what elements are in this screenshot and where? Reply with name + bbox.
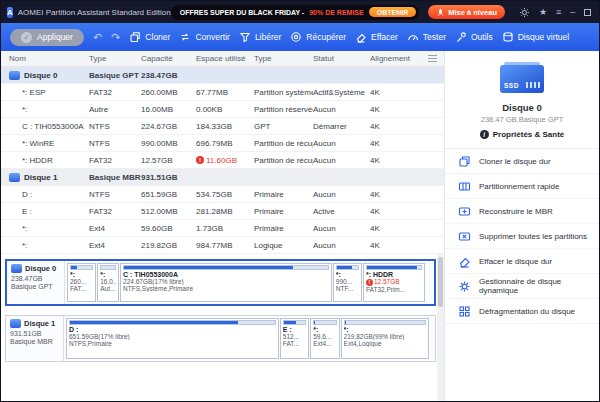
cell-name: *: HDDR — [9, 156, 89, 165]
vertical-scrollbar[interactable] — [437, 254, 444, 401]
partition-block[interactable]: *: 260... FAT... — [67, 263, 96, 302]
partition-size: 512... — [283, 333, 306, 340]
table-row-partition[interactable]: *: HDDR FAT32 12.57GB !11.60GB Partition… — [1, 152, 444, 169]
apply-button[interactable]: ✓ Appliquer — [10, 29, 84, 46]
partition-block[interactable]: *: 16.0... Aut... — [97, 263, 119, 302]
partition-label: *: — [70, 271, 93, 278]
right-sidebar: SSD Disque 0 238.47 GB,Basique GPT i Pro… — [444, 51, 599, 401]
usage-bar — [336, 265, 359, 270]
disk-visualization: Disque 0 238.47GB Basique GPT *: 260... … — [1, 254, 444, 401]
promo-get-button[interactable]: OBTENIR — [369, 7, 417, 17]
toolbar-recover[interactable]: Récupérer — [290, 31, 346, 43]
table-row-partition[interactable]: *: WinRE NTFS 990.00MB 696.79MB Partitio… — [1, 135, 444, 152]
warning-icon: ! — [366, 279, 373, 286]
partition-block-e-drive[interactable]: E : 512... FAT... — [280, 318, 309, 359]
toolbar-free-up[interactable]: Libérer — [239, 31, 281, 43]
action-dynamic-disk-manager[interactable]: Gestionnaire de disque dynamique — [445, 274, 599, 299]
action-wipe-disk[interactable]: Effacer le disque dur — [445, 249, 599, 274]
action-clone-disk[interactable]: Cloner le disque dur — [445, 149, 599, 174]
scrollbar-thumb[interactable] — [438, 257, 443, 307]
partition-fs: Ext4... — [313, 340, 336, 347]
cell-status: Aucun — [313, 190, 370, 199]
properties-health-button[interactable]: i Propriétés & Santé — [449, 130, 595, 139]
sidebar-disk-name: Disque 0 — [449, 102, 595, 113]
cell-type: Basique GPT — [89, 71, 141, 80]
redo-icon[interactable]: ↷ — [111, 32, 120, 43]
disk-size: 931.51GB — [10, 330, 59, 337]
app-logo: A — [7, 7, 13, 18]
cell-used: 184.33GB — [196, 122, 254, 131]
table-row-disk1[interactable]: Disque 1 Basique MBR 931.51GB — [1, 169, 444, 186]
usage-bar — [123, 265, 329, 270]
table-row-partition[interactable]: *: Ext4 219.82GB 984.77MB Logique Aucun … — [1, 237, 444, 254]
partition-fs: NTFS,Système,Primaire — [123, 285, 329, 292]
tools-wrench-icon — [455, 31, 467, 43]
disk-icon — [10, 319, 21, 328]
cell-name: *: WinRE — [9, 139, 89, 148]
toolbar-virtual-disk[interactable]: Disque virtuel — [502, 31, 570, 43]
partition-block-c-drive[interactable]: C : TIH0553000A 224.67GB(17% libre) NTFS… — [120, 263, 332, 302]
cell-type: FAT32 — [89, 156, 141, 165]
cell-type: Autre — [89, 105, 141, 114]
col-header-used[interactable]: Espace utilisé — [196, 54, 254, 63]
partition-block[interactable]: *: 59.6... Ext4... — [310, 318, 339, 359]
check-icon: ✓ — [21, 32, 32, 43]
ssd-label: SSD — [504, 82, 519, 89]
maximize-icon[interactable] — [584, 9, 591, 16]
sidebar-disk-info: 238.47 GB,Basique GPT — [449, 115, 595, 124]
action-delete-all-partitions[interactable]: Supprimer toutes les partitions — [445, 224, 599, 249]
usage-bar — [344, 320, 426, 325]
minimize-icon[interactable]: – — [570, 8, 575, 17]
table-row-partition[interactable]: *: Autre 16.00MB 0.00KB Partition réserv… — [1, 101, 444, 118]
col-header-align[interactable]: Alignement — [370, 54, 412, 63]
col-header-capacity[interactable]: Capacité — [141, 54, 196, 63]
table-row-partition[interactable]: *: ESP FAT32 260.00MB 67.77MB Partition … — [1, 84, 444, 101]
table-row-partition[interactable]: *: Ext4 59.60GB 1.73GB Primaire Aucun 4K — [1, 220, 444, 237]
disk-block-0[interactable]: Disque 0 238.47GB Basique GPT *: 260... … — [5, 259, 436, 306]
partition-block[interactable]: *: 990... NTF... — [333, 263, 362, 302]
table-row-disk0[interactable]: Disque 0 Basique GPT 238.47GB — [1, 67, 444, 84]
action-rebuild-mbr[interactable]: Reconstruire le MBR — [445, 199, 599, 224]
upgrade-button[interactable]: Mise à niveau — [428, 5, 505, 19]
cell-used: 281.28MB — [196, 207, 254, 216]
table-row-partition[interactable]: D : NTFS 651.59GB 534.75GB Primaire Aucu… — [1, 186, 444, 203]
disk-block-1[interactable]: Disque 1 931.51GB Basique MBR D : 651.59… — [5, 315, 436, 362]
col-header-type[interactable]: Type — [89, 54, 141, 63]
col-header-type2[interactable]: Type — [254, 54, 313, 63]
quick-partition-icon — [458, 180, 471, 193]
toolbar-clone[interactable]: Cloner — [129, 31, 170, 43]
toolbar-test[interactable]: Tester — [407, 31, 446, 43]
cell-type2: Logique — [254, 241, 313, 250]
feedback-star-icon[interactable]: ★ — [539, 8, 547, 17]
undo-icon[interactable]: ↶ — [93, 32, 102, 43]
col-header-status[interactable]: Statut — [313, 54, 370, 63]
cell-type2: Partition de récupération, ... — [254, 156, 313, 165]
partition-label: C : TIH0553000A — [123, 271, 329, 278]
upgrade-label: Mise à niveau — [448, 8, 497, 17]
action-disk-defrag[interactable]: Défragmentation du disque — [445, 299, 599, 324]
usage-bar — [100, 265, 116, 270]
cell-type2: GPT — [254, 122, 313, 131]
action-label: Effacer le disque dur — [479, 257, 552, 266]
column-settings-icon[interactable] — [428, 55, 437, 63]
titlebar: A AOMEI Partition Assistant Standard Edi… — [1, 1, 599, 23]
usage-bar — [69, 320, 276, 325]
toolbar-convert[interactable]: Convertir — [179, 31, 229, 43]
menu-icon[interactable]: ≡ — [556, 8, 561, 17]
cell-name: *: ESP — [9, 88, 89, 97]
partition-block[interactable]: *: 219.82GB(99% libre) Ext4,Logique — [341, 318, 429, 359]
partition-block-d-drive[interactable]: D : 651.59GB(17% libre) NTFS,Primaire — [66, 318, 279, 359]
toolbar-label: Effacer — [371, 32, 398, 42]
partition-block-hddr[interactable]: *: HDDR !12.57GB FAT32,Prim... — [363, 263, 425, 302]
settings-gear-icon[interactable] — [519, 7, 530, 18]
table-row-partition[interactable]: E : FAT32 512.00MB 281.28MB Primaire Act… — [1, 203, 444, 220]
col-header-name[interactable]: Nom — [9, 54, 89, 63]
table-row-partition[interactable]: C : TIH0553000A NTFS 224.67GB 184.33GB G… — [1, 118, 444, 135]
disk-icon — [9, 173, 20, 182]
disk-info-1: Disque 1 931.51GB Basique MBR — [6, 316, 64, 361]
virtual-disk-icon — [502, 31, 514, 43]
action-quick-partition[interactable]: Partitionnement rapide — [445, 174, 599, 199]
toolbar-tools[interactable]: Outils — [455, 31, 493, 43]
toolbar-wipe[interactable]: Effacer — [355, 31, 398, 43]
dynamic-disk-icon — [458, 280, 471, 293]
